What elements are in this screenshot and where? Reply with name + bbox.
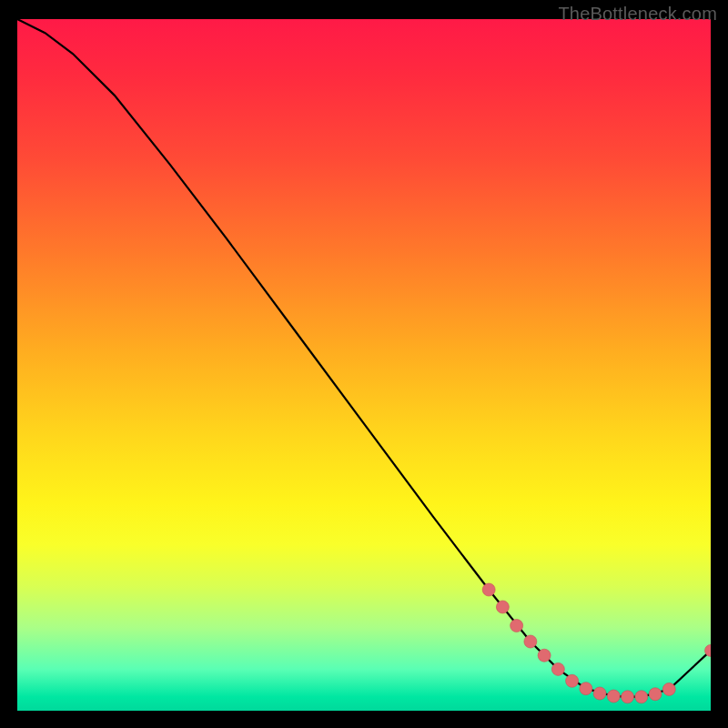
highlight-dot xyxy=(496,601,509,613)
valley-highlight xyxy=(551,662,675,703)
endpoint-marker xyxy=(705,644,712,656)
highlight-dot xyxy=(482,583,495,596)
highlight-dot xyxy=(593,687,606,700)
highlight-dot xyxy=(649,688,662,701)
highlight-dot xyxy=(635,691,648,703)
highlight-dot xyxy=(662,682,675,695)
watermark-text: TheBottleneck.com xyxy=(558,4,717,25)
chart-container: TheBottleneck.com xyxy=(0,0,728,728)
highlight-dot xyxy=(607,690,620,703)
highlight-dot xyxy=(524,635,537,648)
highlight-dot xyxy=(551,662,564,675)
points-layer xyxy=(17,19,711,711)
plot-area xyxy=(17,19,711,711)
highlight-dot xyxy=(538,649,551,662)
highlight-dot xyxy=(622,691,634,703)
highlight-dot xyxy=(566,674,579,687)
highlight-dot xyxy=(511,620,523,632)
highlight-dot xyxy=(580,682,592,695)
descending-highlight xyxy=(482,583,551,662)
